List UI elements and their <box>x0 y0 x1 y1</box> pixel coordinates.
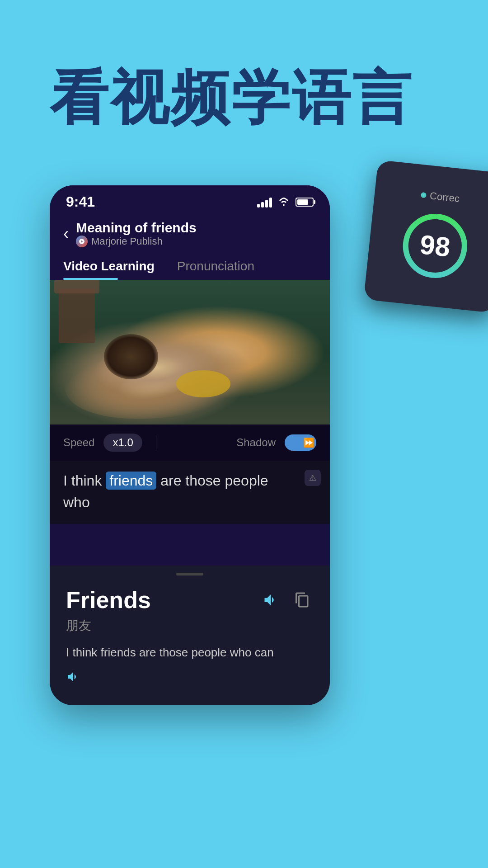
audio-button[interactable] <box>259 589 282 611</box>
subtitle-before: I think <box>63 472 106 489</box>
nav-info: Meaning of friends Marjorie Publish <box>76 220 197 247</box>
score-label-text: Correc <box>429 190 460 205</box>
tab-video-learning[interactable]: Video Learning <box>63 255 155 280</box>
status-time: 9:41 <box>66 193 95 210</box>
signal-icon <box>257 197 272 208</box>
score-circle: 98 <box>395 206 475 286</box>
word-title: Friends <box>66 586 151 613</box>
word-sentence: I think friends are those people who can <box>66 643 314 662</box>
video-player[interactable] <box>50 280 330 425</box>
nav-header: ‹ Meaning of friends Marjorie Publish <box>50 215 330 255</box>
subtitle-text: I think friends are those people who <box>63 470 316 513</box>
score-number: 98 <box>418 229 452 263</box>
copy-button[interactable] <box>291 589 314 611</box>
flag-icon: ⚠ <box>309 473 316 483</box>
score-dot <box>421 192 427 198</box>
subtitle-area: ⚠ I think friends are those people who <box>50 461 330 524</box>
shadow-toggle-icon: ⏩ <box>303 437 314 448</box>
channel-avatar <box>76 236 88 247</box>
hero-title: 看视频学语言 <box>50 59 413 138</box>
word-actions <box>259 589 314 611</box>
bottom-sheet: Friends 朋友 I think friends are those peo… <box>50 566 330 705</box>
subtitle-flag[interactable]: ⚠ <box>305 470 321 486</box>
video-scene <box>50 280 330 425</box>
sentence-audio-button[interactable] <box>66 670 314 687</box>
subtitle-highlight[interactable]: friends <box>106 472 156 490</box>
controls-divider <box>156 434 156 451</box>
tab-pronunciation[interactable]: Pronunciation <box>177 255 254 280</box>
tabs-row: Video Learning Pronunciation <box>50 255 330 280</box>
phone-mockup: 9:41 ‹ Meaning of friends <box>50 185 330 705</box>
channel-name: Marjorie Publish <box>91 236 163 247</box>
status-icons <box>257 197 314 208</box>
svg-point-0 <box>283 204 285 206</box>
word-header: Friends <box>66 586 314 613</box>
battery-icon <box>296 198 314 207</box>
score-label: Correc <box>420 189 460 205</box>
controls-bar: Speed x1.0 Shadow ⏩ <box>50 425 330 461</box>
shadow-toggle[interactable]: ⏩ <box>285 434 316 451</box>
speed-label: Speed <box>63 436 94 449</box>
back-button[interactable]: ‹ <box>63 224 69 243</box>
wifi-icon <box>277 197 290 207</box>
sheet-handle <box>176 573 203 576</box>
status-bar: 9:41 <box>50 185 330 215</box>
shadow-label: Shadow <box>236 436 276 449</box>
nav-subtitle: Marjorie Publish <box>76 236 197 247</box>
nav-title: Meaning of friends <box>76 220 197 236</box>
score-card: Correc 98 <box>364 160 488 313</box>
speed-value[interactable]: x1.0 <box>103 434 142 452</box>
word-translation: 朋友 <box>66 617 314 634</box>
